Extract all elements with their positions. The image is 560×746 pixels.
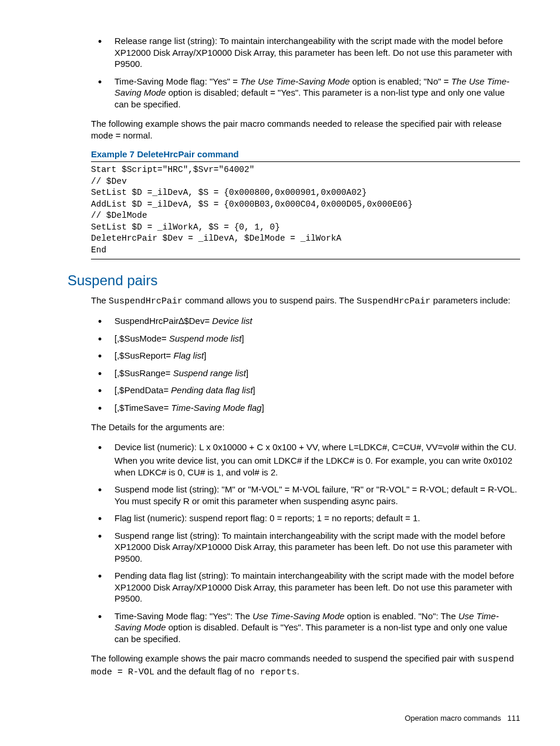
list-item: Device list (numeric): L x 0x10000 + C x…: [91, 441, 520, 478]
list-item: [,$PendData= Pending data flag list]: [91, 384, 520, 396]
list-item: Suspend range list (string): To maintain…: [91, 530, 520, 565]
list-item: Suspend mode list (string): "M" or "M-VO…: [91, 484, 520, 507]
list-item: Release range list (string): To maintain…: [91, 35, 520, 70]
release-example-intro: The following example shows the pair mac…: [91, 118, 520, 141]
list-item: [,$SusMode= Suspend mode list]: [91, 333, 520, 345]
section-heading-suspend-pairs: Suspend pairs: [68, 272, 520, 289]
list-item: Time-Saving Mode flag: "Yes": The Use Ti…: [91, 610, 520, 645]
list-item: Flag list (numeric): suspend report flag…: [91, 512, 520, 524]
rule-top: [91, 161, 520, 162]
top-bullet-list: Release range list (string): To maintain…: [91, 35, 520, 110]
suspend-intro: The SuspendHrcPair command allows you to…: [91, 295, 520, 308]
footer: Operation macro commands 111: [404, 714, 520, 723]
code-block: Start $Script="HRC",$Svr="64002" // $Dev…: [91, 164, 520, 256]
footer-page-number: 111: [507, 714, 520, 723]
list-item: [,$SusRange= Suspend range list]: [91, 367, 520, 379]
list-item: SuspendHrcPair∆$Dev= Device list: [91, 315, 520, 327]
param-bullet-list: SuspendHrcPair∆$Dev= Device list[,$SusMo…: [91, 315, 520, 413]
footer-text: Operation macro commands: [404, 714, 501, 723]
details-intro: The Details for the arguments are:: [91, 421, 520, 433]
list-item: [,$TimeSave= Time-Saving Mode flag]: [91, 402, 520, 414]
rule-bottom: [91, 259, 520, 259]
list-item: Time-Saving Mode flag: "Yes" = The Use T…: [91, 76, 520, 110]
example-title: Example 7 DeleteHrcPair command: [91, 149, 520, 159]
list-item: Pending data flag list (string): To main…: [91, 570, 520, 605]
closing-para: The following example shows the pair mac…: [91, 653, 520, 678]
detail-bullet-list: Device list (numeric): L x 0x10000 + C x…: [91, 441, 520, 645]
list-item: [,$SusReport= Flag list]: [91, 350, 520, 362]
